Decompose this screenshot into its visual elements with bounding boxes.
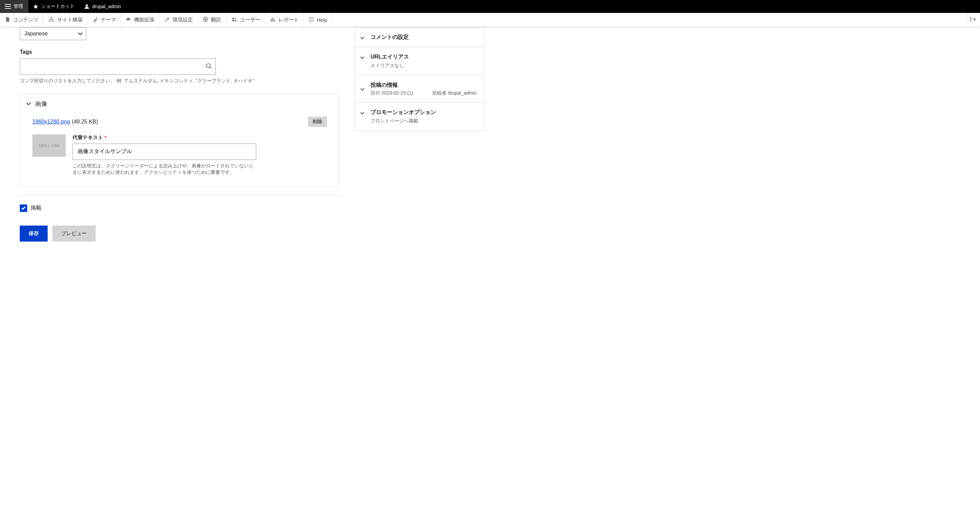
menu-reports[interactable]: レポート bbox=[266, 13, 304, 27]
star-icon bbox=[33, 4, 38, 9]
sidebar-url-alias-title: URLエイリアス bbox=[371, 53, 477, 60]
language-select[interactable]: Japanese bbox=[20, 27, 86, 40]
form-actions: 保存 プレビュー bbox=[20, 226, 340, 242]
toolbar-manage-label: 管理 bbox=[14, 3, 23, 10]
svg-point-8 bbox=[232, 18, 234, 19]
svg-rect-12 bbox=[274, 20, 275, 21]
image-thumbnail: 1960 x 1280 bbox=[32, 134, 66, 157]
tags-input[interactable] bbox=[20, 59, 216, 75]
image-file-size: (49.25 KB) bbox=[72, 119, 98, 125]
menu-structure[interactable]: サイト構築 bbox=[43, 13, 88, 27]
sitemap-icon bbox=[48, 17, 54, 23]
menu-translate-label: 翻訳 bbox=[211, 17, 221, 23]
toolbar-manage[interactable]: 管理 bbox=[0, 0, 28, 13]
menu-appearance-label: テーマ bbox=[101, 17, 116, 23]
svg-text:?: ? bbox=[310, 18, 312, 21]
published-row: 掲載 bbox=[20, 204, 340, 212]
published-checkbox[interactable] bbox=[20, 204, 27, 212]
menu-content[interactable]: コンテンツ bbox=[0, 13, 43, 27]
people-icon bbox=[231, 17, 237, 23]
language-value: Japanese bbox=[24, 30, 48, 37]
chevron-down-icon bbox=[26, 100, 31, 107]
preview-button[interactable]: プレビュー bbox=[52, 226, 95, 242]
required-marker: * bbox=[105, 134, 107, 140]
sidebar-comments-title: コメントの設定 bbox=[371, 34, 477, 41]
image-file-link[interactable]: 1960x1280.png bbox=[32, 119, 70, 125]
file-icon bbox=[5, 17, 10, 23]
globe-icon bbox=[203, 17, 208, 23]
svg-point-9 bbox=[234, 18, 236, 19]
image-fieldset-title: 画像 bbox=[35, 100, 47, 108]
svg-rect-0 bbox=[5, 4, 11, 5]
menu-structure-label: サイト構築 bbox=[57, 17, 83, 23]
svg-point-3 bbox=[86, 5, 88, 7]
sidebar-author-info[interactable]: 投稿の情報 日付 2023-02-23 (1) 投稿者 drupal_admin bbox=[356, 75, 484, 102]
menu-config[interactable]: 環境設定 bbox=[159, 13, 198, 27]
main-form: Japanese Tags コンマ区切りのリストを入力してください。 例: アム… bbox=[20, 27, 340, 242]
sidebar-url-alias-sub: エイリアスなし bbox=[371, 62, 477, 69]
sidebar-promotion-sub: フロントページへ掲載 bbox=[371, 117, 477, 124]
menu-people-label: ユーザー bbox=[240, 17, 260, 23]
hamburger-icon bbox=[5, 4, 11, 9]
chevron-down-icon bbox=[360, 110, 364, 116]
published-label: 掲載 bbox=[30, 204, 41, 212]
collapse-icon bbox=[970, 17, 977, 23]
separator bbox=[20, 195, 340, 196]
sidebar-author-by: 投稿者 drupal_admin bbox=[432, 90, 477, 96]
svg-rect-2 bbox=[5, 8, 11, 9]
help-icon: ? bbox=[309, 17, 314, 23]
menu-appearance[interactable]: テーマ bbox=[88, 13, 121, 27]
svg-rect-5 bbox=[49, 21, 50, 21]
chevron-down-icon bbox=[360, 86, 364, 92]
alt-text-help: この説明文は、スクリーンリーダーによる読み上げや、画像がロードされていないときに… bbox=[73, 162, 256, 176]
svg-point-16 bbox=[207, 64, 211, 68]
sidebar-promotion[interactable]: プロモーションオプション フロントページへ掲載 bbox=[356, 102, 484, 131]
alt-text-label: 代替テキスト * bbox=[73, 134, 327, 141]
toolbar-top: 管理 ショートカット drupal_admin bbox=[0, 0, 980, 13]
puzzle-icon bbox=[126, 17, 131, 23]
toolbar-user[interactable]: drupal_admin bbox=[79, 0, 126, 13]
tags-label: Tags bbox=[20, 49, 340, 55]
chevron-down-icon bbox=[78, 30, 83, 37]
wand-icon bbox=[92, 17, 98, 23]
sidebar: コメントの設定 URLエイリアス エイリアスなし 投稿の情報 日付 2023-0… bbox=[355, 27, 484, 131]
menu-extend-label: 機能拡張 bbox=[134, 17, 154, 23]
svg-rect-10 bbox=[271, 19, 272, 22]
menu-extend[interactable]: 機能拡張 bbox=[121, 13, 159, 27]
sidebar-comments[interactable]: コメントの設定 bbox=[356, 27, 484, 47]
svg-rect-4 bbox=[51, 17, 52, 18]
wrench-icon bbox=[164, 17, 170, 23]
menu-translate[interactable]: 翻訳 bbox=[198, 13, 226, 27]
svg-rect-1 bbox=[5, 6, 11, 7]
chevron-down-icon bbox=[360, 35, 364, 40]
menu-help-label: Help bbox=[317, 17, 327, 23]
tags-help: コンマ区切りのリストを入力してください。 例: アムステルダム, メキシコシティ… bbox=[20, 78, 340, 84]
sidebar-promotion-title: プロモーションオプション bbox=[371, 109, 477, 116]
sidebar-author-date: 日付 2023-02-23 (1) bbox=[371, 90, 413, 96]
save-button[interactable]: 保存 bbox=[20, 226, 48, 242]
alt-text-input[interactable] bbox=[73, 143, 256, 160]
svg-rect-6 bbox=[52, 21, 54, 21]
menu-content-label: コンテンツ bbox=[13, 17, 38, 23]
menu-reports-label: レポート bbox=[278, 17, 299, 23]
menu-collapse[interactable] bbox=[967, 13, 980, 27]
image-fieldset-summary[interactable]: 画像 bbox=[20, 94, 339, 113]
svg-rect-15 bbox=[970, 17, 971, 22]
chevron-down-icon bbox=[360, 55, 364, 60]
image-fieldset: 画像 1960x1280.png (49.25 KB) 削除 1960 x 12… bbox=[20, 94, 340, 186]
sidebar-author-title: 投稿の情報 bbox=[371, 82, 477, 89]
barchart-icon bbox=[270, 17, 275, 23]
user-icon bbox=[84, 4, 89, 9]
svg-rect-11 bbox=[272, 18, 274, 22]
image-delete-button[interactable]: 削除 bbox=[308, 117, 327, 127]
autocomplete-search-icon[interactable] bbox=[205, 63, 212, 71]
admin-menu: コンテンツ サイト構築 テーマ 機能拡張 環境設定 翻訳 ユーザー レポート ?… bbox=[0, 13, 980, 27]
menu-config-label: 環境設定 bbox=[172, 17, 193, 23]
menu-people[interactable]: ユーザー bbox=[226, 13, 266, 27]
sidebar-url-alias[interactable]: URLエイリアス エイリアスなし bbox=[356, 47, 484, 75]
toolbar-user-label: drupal_admin bbox=[92, 4, 121, 9]
toolbar-shortcuts[interactable]: ショートカット bbox=[28, 0, 79, 13]
menu-help[interactable]: ? Help bbox=[304, 13, 332, 27]
toolbar-shortcuts-label: ショートカット bbox=[41, 3, 75, 10]
